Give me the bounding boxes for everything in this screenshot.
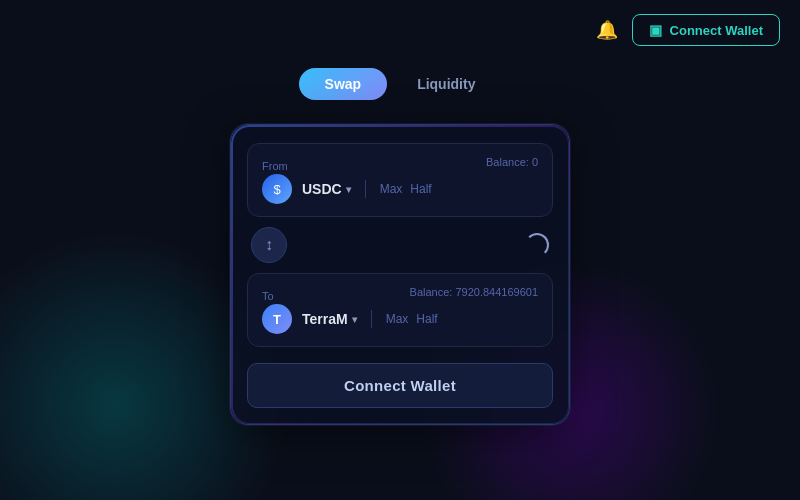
connect-wallet-header-button[interactable]: ▣ Connect Wallet bbox=[632, 14, 780, 46]
from-balance: Balance: 0 bbox=[486, 156, 538, 168]
tab-row: Swap Liquidity bbox=[0, 68, 800, 100]
from-max-button[interactable]: Max bbox=[380, 182, 403, 196]
from-divider bbox=[365, 180, 366, 198]
swap-card: From Balance: 0 $ USDC ▾ Max Half ↕ To B… bbox=[230, 124, 570, 425]
to-max-button[interactable]: Max bbox=[386, 312, 409, 326]
to-chevron-icon: ▾ bbox=[352, 314, 357, 325]
to-divider bbox=[371, 310, 372, 328]
tab-swap[interactable]: Swap bbox=[299, 68, 388, 100]
to-half-button[interactable]: Half bbox=[416, 312, 437, 326]
wallet-icon: ▣ bbox=[649, 22, 662, 38]
to-panel: To Balance: 7920.844169601 T TerraM ▾ Ma… bbox=[247, 273, 553, 347]
connect-wallet-main-button[interactable]: Connect Wallet bbox=[247, 363, 553, 408]
to-token-row: T TerraM ▾ Max Half bbox=[262, 304, 538, 334]
from-token-symbol: USDC bbox=[302, 181, 342, 197]
from-label: From bbox=[262, 160, 288, 172]
usdc-icon: $ bbox=[262, 174, 292, 204]
tab-liquidity[interactable]: Liquidity bbox=[391, 68, 501, 100]
loading-spinner bbox=[525, 233, 549, 257]
swap-middle: ↕ bbox=[247, 217, 553, 273]
from-token-row: $ USDC ▾ Max Half bbox=[262, 174, 538, 204]
terram-icon: T bbox=[262, 304, 292, 334]
connect-wallet-header-label: Connect Wallet bbox=[670, 23, 763, 38]
bell-icon[interactable]: 🔔 bbox=[596, 19, 618, 41]
from-panel: From Balance: 0 $ USDC ▾ Max Half bbox=[247, 143, 553, 217]
from-max-half: Max Half bbox=[380, 182, 432, 196]
from-chevron-icon: ▾ bbox=[346, 184, 351, 195]
to-max-half: Max Half bbox=[386, 312, 438, 326]
from-token-selector[interactable]: USDC ▾ bbox=[302, 181, 351, 197]
header: 🔔 ▣ Connect Wallet bbox=[0, 0, 800, 60]
from-half-button[interactable]: Half bbox=[410, 182, 431, 196]
swap-arrow-icon: ↕ bbox=[265, 236, 273, 254]
to-token-symbol: TerraM bbox=[302, 311, 348, 327]
to-balance: Balance: 7920.844169601 bbox=[410, 286, 538, 298]
to-label: To bbox=[262, 290, 274, 302]
to-token-selector[interactable]: TerraM ▾ bbox=[302, 311, 357, 327]
swap-direction-button[interactable]: ↕ bbox=[251, 227, 287, 263]
